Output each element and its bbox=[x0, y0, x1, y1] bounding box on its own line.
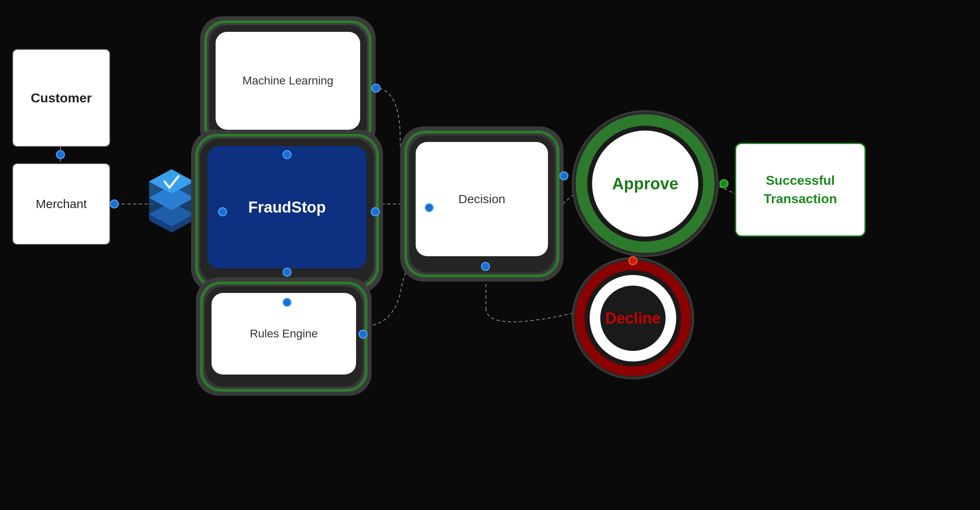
fraudstop-bottom-dot bbox=[283, 268, 292, 277]
ml-screen: Machine Learning bbox=[216, 32, 360, 130]
approve-right-dot bbox=[719, 179, 728, 188]
fraudstop-right-dot bbox=[371, 207, 380, 216]
decision-left-dot bbox=[425, 203, 434, 212]
customer-node: Customer bbox=[12, 49, 110, 147]
success-label: SuccessfulTransaction bbox=[764, 171, 837, 208]
diagram-container: Customer Merchant Machine Learnin bbox=[0, 0, 980, 510]
success-node: SuccessfulTransaction bbox=[735, 143, 866, 237]
decline-text-overlay: Decline bbox=[590, 275, 676, 361]
fraudstop-top-dot bbox=[283, 150, 292, 159]
decision-bottom-dot bbox=[481, 262, 490, 271]
decision-screen: Decision bbox=[416, 142, 548, 256]
approve-white-center: Approve bbox=[592, 131, 698, 237]
rules-top-dot bbox=[283, 298, 292, 307]
rules-label: Rules Engine bbox=[250, 327, 318, 340]
decision-label: Decision bbox=[458, 192, 505, 206]
ml-label: Machine Learning bbox=[243, 74, 334, 87]
merchant-right-dot bbox=[110, 200, 119, 208]
ml-right-dot bbox=[372, 84, 381, 93]
decision-right-dot bbox=[559, 171, 568, 180]
approve-label: Approve bbox=[612, 175, 678, 193]
fraudstop-label: FraudStop bbox=[248, 199, 326, 216]
fraudstop-screen: FraudStop bbox=[207, 146, 367, 268]
decline-label: Decline bbox=[605, 310, 660, 327]
merchant-node: Merchant bbox=[12, 163, 110, 245]
rules-right-dot bbox=[359, 330, 368, 339]
merchant-label: Merchant bbox=[36, 197, 87, 211]
fraudstop-left-dot bbox=[218, 207, 227, 216]
layer-stack-icon bbox=[145, 167, 198, 241]
customer-bottom-dot bbox=[56, 150, 65, 159]
decline-top-dot bbox=[628, 256, 637, 265]
customer-label: Customer bbox=[31, 91, 91, 106]
